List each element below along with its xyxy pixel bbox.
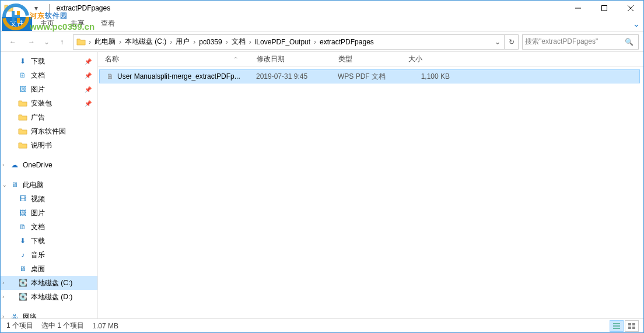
sidebar-item-videos[interactable]: 🎞视频 <box>1 192 97 206</box>
sidebar-item-desktop[interactable]: 🖥桌面 <box>1 262 97 276</box>
sidebar-item-thispc[interactable]: ⌄🖥此电脑 <box>1 178 97 192</box>
folder-icon <box>18 141 27 150</box>
expand-icon[interactable]: › <box>2 294 8 300</box>
titlebar-separator: │ <box>47 4 52 12</box>
svg-rect-7 <box>628 323 631 325</box>
drive-icon: 💽 <box>18 292 27 302</box>
tab-file[interactable]: 文件 <box>2 17 32 31</box>
sidebar-item-documents2[interactable]: 🗎文档 <box>1 220 97 234</box>
sidebar-label: 说明书 <box>31 141 52 150</box>
chevron-right-icon[interactable]: › <box>248 38 253 46</box>
sidebar-item-pictures2[interactable]: 🖼图片 <box>1 206 97 220</box>
addressbar-dropdown-icon[interactable]: ⌄ <box>491 38 504 46</box>
sidebar-item-downloads2[interactable]: ⬇下载 <box>1 234 97 248</box>
document-icon: 🗎 <box>18 71 27 80</box>
sidebar-item-ddrive[interactable]: ›💽本地磁盘 (D:) <box>1 290 97 304</box>
video-icon: 🎞 <box>18 194 27 204</box>
pin-icon: 📌 <box>85 72 92 79</box>
nav-back-button[interactable]: ← <box>5 34 20 50</box>
sidebar-item-manual[interactable]: 说明书 <box>1 138 97 152</box>
chevron-right-icon[interactable]: › <box>88 38 92 46</box>
svg-rect-9 <box>628 327 631 329</box>
expand-icon[interactable]: › <box>2 280 8 286</box>
nav-recent-dropdown[interactable]: ⌄ <box>43 34 51 50</box>
crumb-ilovepdf[interactable]: iLovePDF_Output <box>253 38 313 46</box>
addressbar-folder-icon <box>75 36 88 48</box>
sidebar-item-ads[interactable]: 广告 <box>1 110 97 124</box>
sidebar-item-hedong[interactable]: 河东软件园 <box>1 124 97 138</box>
chevron-right-icon[interactable]: › <box>192 38 197 46</box>
ribbon-tabs: 文件 主页 共享 查看 ⌄ <box>1 16 643 32</box>
sidebar-item-onedrive[interactable]: ›☁OneDrive <box>1 158 97 172</box>
expand-icon[interactable]: › <box>2 314 8 318</box>
view-icons-button[interactable] <box>625 320 639 332</box>
ribbon-expand-icon[interactable]: ⌄ <box>633 19 640 29</box>
crumb-documents[interactable]: 文档 <box>229 37 248 47</box>
file-icon: 🗎 <box>106 72 115 81</box>
search-icon[interactable]: 🔍 <box>625 38 634 46</box>
address-bar[interactable]: › 此电脑 › 本地磁盘 (C:) › 用户 › pc0359 › 文档 › i… <box>73 34 519 50</box>
nav-up-button[interactable]: ↑ <box>54 34 69 50</box>
sidebar-label: 广告 <box>31 113 45 122</box>
crumb-thispc[interactable]: 此电脑 <box>92 37 118 47</box>
column-size[interactable]: 大小 <box>401 54 460 64</box>
sidebar-label: 图片 <box>31 85 45 94</box>
expand-icon[interactable]: › <box>2 162 8 168</box>
qat-newfolder-icon[interactable]: ▾ <box>30 2 43 15</box>
crumb-current[interactable]: extractPDFpages <box>317 38 376 46</box>
pin-icon: 📌 <box>85 58 92 65</box>
refresh-button[interactable]: ↻ <box>504 35 518 49</box>
tab-view[interactable]: 查看 <box>93 17 123 31</box>
sidebar-label: 下载 <box>31 236 45 246</box>
music-icon: ♪ <box>18 250 27 260</box>
tab-home[interactable]: 主页 <box>32 17 62 31</box>
collapse-icon[interactable]: ⌄ <box>2 182 8 188</box>
picture-icon: 🖼 <box>18 85 27 94</box>
view-details-button[interactable] <box>610 320 624 332</box>
column-date[interactable]: 修改日期 <box>250 54 331 64</box>
main-area: ⬇下载📌 🗎文档📌 🖼图片📌 安装包📌 广告 河东软件园 说明书 ›☁OneDr… <box>1 52 643 318</box>
column-headers: 名称⌃ 修改日期 类型 大小 <box>98 52 643 67</box>
qat-properties-icon[interactable]: ▫ <box>16 2 29 15</box>
status-bar: 1 个项目 选中 1 个项目 1.07 MB <box>1 318 643 332</box>
sidebar-label: 图片 <box>31 208 45 218</box>
crumb-pc0359[interactable]: pc0359 <box>197 38 224 46</box>
column-type[interactable]: 类型 <box>331 54 401 64</box>
sidebar[interactable]: ⬇下载📌 🗎文档📌 🖼图片📌 安装包📌 广告 河东软件园 说明书 ›☁OneDr… <box>1 52 98 318</box>
folder-icon <box>18 99 27 108</box>
content-pane: 名称⌃ 修改日期 类型 大小 🗎User Manualsplit-merge_e… <box>98 52 643 318</box>
crumb-cdrive[interactable]: 本地磁盘 (C:) <box>123 37 169 47</box>
chevron-right-icon[interactable]: › <box>313 38 317 46</box>
pin-icon: 📌 <box>85 100 92 107</box>
address-row: ← → ⌄ ↑ › 此电脑 › 本地磁盘 (C:) › 用户 › pc0359 … <box>1 32 643 52</box>
column-name[interactable]: 名称⌃ <box>98 54 250 64</box>
maximize-button[interactable] <box>591 1 617 16</box>
sidebar-item-cdrive[interactable]: ›💽本地磁盘 (C:) <box>1 276 97 290</box>
folder-icon <box>18 127 27 136</box>
sidebar-item-documents[interactable]: 🗎文档📌 <box>1 68 97 82</box>
close-button[interactable] <box>617 1 643 16</box>
sidebar-label: 桌面 <box>31 264 45 274</box>
chevron-right-icon[interactable]: › <box>225 38 229 46</box>
sidebar-item-installpkg[interactable]: 安装包📌 <box>1 96 97 110</box>
nav-forward-button[interactable]: → <box>24 34 39 50</box>
file-name: User Manualsplit-merge_extractPDFp... <box>117 72 240 80</box>
sort-caret-icon: ⌃ <box>232 57 240 62</box>
search-input[interactable]: 搜索"extractPDFpages" 🔍 <box>522 34 639 50</box>
crumb-users[interactable]: 用户 <box>173 37 192 47</box>
sidebar-label: OneDrive <box>23 161 52 169</box>
sidebar-item-music[interactable]: ♪音乐 <box>1 248 97 262</box>
sidebar-item-network[interactable]: ›🖧网络 <box>1 310 97 318</box>
download-icon: ⬇ <box>18 57 27 66</box>
desktop-icon: 🖥 <box>18 264 27 274</box>
chevron-right-icon[interactable]: › <box>118 38 123 46</box>
cloud-icon: ☁ <box>10 160 19 170</box>
network-icon: 🖧 <box>10 312 19 318</box>
tab-share[interactable]: 共享 <box>62 17 93 31</box>
minimize-button[interactable] <box>565 1 591 16</box>
chevron-right-icon[interactable]: › <box>169 38 173 46</box>
sidebar-item-pictures[interactable]: 🖼图片📌 <box>1 82 97 96</box>
file-row[interactable]: 🗎User Manualsplit-merge_extractPDFp... 2… <box>99 69 640 83</box>
sidebar-label: 视频 <box>31 194 45 204</box>
sidebar-item-downloads[interactable]: ⬇下载📌 <box>1 54 97 68</box>
